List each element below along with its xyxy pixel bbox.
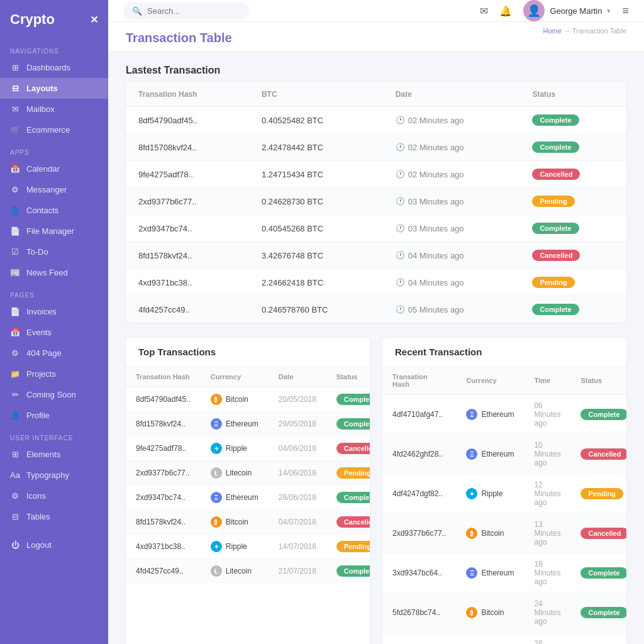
sidebar-item-label: Calendar xyxy=(26,164,60,174)
sidebar-item-mailbox[interactable]: ✉Mailbox xyxy=(0,99,108,119)
mail-icon[interactable]: ✉ xyxy=(480,5,488,17)
sidebar-item-calendar[interactable]: 📅Calendar xyxy=(0,158,108,179)
sidebar-item-news-feed[interactable]: 📰News Feed xyxy=(0,262,108,283)
bell-icon[interactable]: 🔔 xyxy=(499,5,512,17)
sidebar-item-coming-soon[interactable]: ✏Coming Soon xyxy=(0,384,108,405)
sidebar-item-to-do[interactable]: ☑To-Do xyxy=(0,242,108,262)
table-row: 2xd9347bc74.. 0.40545268 BTC 🕐03 Minutes… xyxy=(126,215,626,242)
tx-btc: 1.24715434 BTC xyxy=(249,161,383,188)
sidebar-item-tables[interactable]: ⊟Tables xyxy=(0,506,108,527)
sidebar-item-profile[interactable]: 👤Profile xyxy=(0,405,108,426)
tx-status: Cancelled xyxy=(326,510,370,535)
tx-hash: 8fd1578kvf24.. xyxy=(126,412,201,436)
table-row: 2xd9377b6c77.. ŁLitecoin 14/06/2018 Pend… xyxy=(126,461,370,486)
tx-date: 14/07/2018 xyxy=(269,535,326,559)
sidebar-item-file-manager[interactable]: 📄File Manager xyxy=(0,221,108,242)
close-icon[interactable]: ✕ xyxy=(90,14,98,26)
status-badge: Complete xyxy=(532,114,579,126)
tx-status: Complete xyxy=(570,593,626,633)
search-input[interactable] xyxy=(147,6,235,16)
tx-currency: ✦Ripple xyxy=(201,436,269,461)
sidebar-item-contacts[interactable]: 👤Contacts xyxy=(0,200,108,221)
tx-hash: 2xd5342bc42.. xyxy=(382,633,456,645)
tx-date: 14/06/2018 xyxy=(269,461,326,486)
tx-status: Complete xyxy=(519,107,626,134)
litecoin-icon: Ł xyxy=(211,565,222,577)
currency-label: Ethereum xyxy=(226,419,258,428)
tx-btc: 0.246578760 BTC xyxy=(249,296,383,323)
tx-time: 🕐02 Minutes ago xyxy=(383,134,520,161)
tx-status: Pending xyxy=(519,269,626,296)
sidebar-item-projects[interactable]: 📁Projects xyxy=(0,364,108,384)
bitcoin-icon: ₿ xyxy=(466,607,477,618)
sidebar-icon: ✏ xyxy=(10,390,20,399)
table-row: 9fe4275adf78.. 1.24715434 BTC 🕐02 Minute… xyxy=(126,161,626,188)
tx-status: Complete xyxy=(570,395,626,435)
tx-time: 24 Minutes ago xyxy=(524,593,570,633)
hamburger-menu-icon[interactable]: ≡ xyxy=(622,4,629,18)
topbar: 🔍 ✉ 🔔 👤 George Martin ▾ ≡ xyxy=(108,0,644,22)
sidebar-item-label: Contacts xyxy=(26,206,58,215)
table-row: 2xd9377b6c77.. ₿Bitcoin 13 Minutes ago C… xyxy=(382,514,626,553)
content-area: Lastest Transaction Transation HashBTCDa… xyxy=(108,52,644,644)
tx-currency: ΞEthereum xyxy=(201,486,269,510)
sidebar-item-layouts[interactable]: ⊟Layouts xyxy=(0,78,108,99)
tx-time: 🕐02 Minutes ago xyxy=(383,107,520,134)
tx-status: Pending xyxy=(570,474,626,514)
currency-label: Ripple xyxy=(226,542,247,551)
tx-currency: ₿Bitcoin xyxy=(456,593,524,633)
status-badge: Complete xyxy=(580,409,626,420)
sidebar-item-events[interactable]: 📅Events xyxy=(0,322,108,343)
tx-hash: 2xd9377b6c77.. xyxy=(382,514,456,553)
top-col-header: Status xyxy=(326,367,370,387)
ui-section-label: USER INTERFACE xyxy=(0,426,108,444)
sidebar-icon: ⚙ xyxy=(10,185,20,194)
tx-status: Pending xyxy=(326,461,370,486)
tx-currency: ₿Bitcoin xyxy=(456,514,524,553)
status-badge: Complete xyxy=(336,418,370,430)
user-profile[interactable]: 👤 George Martin ▾ xyxy=(523,0,611,21)
latest-transaction-table: Transation HashBTCDateStatus 8df54790adf… xyxy=(126,82,626,323)
sidebar-item-ecommerce[interactable]: 🛒Ecommerce xyxy=(0,119,108,140)
litecoin-icon: Ł xyxy=(211,467,222,479)
tx-time: 🕐03 Minutes ago xyxy=(383,188,520,215)
tx-currency: ✦Ripple xyxy=(456,474,524,514)
table-row: 2xd9347bc74.. ΞEthereum 28/06/2018 Compl… xyxy=(126,486,370,510)
tx-hash: 3xd9347bc64.. xyxy=(382,553,456,593)
tx-currency: ✦Ripple xyxy=(456,633,524,645)
sidebar-item-icons[interactable]: ⚙Icons xyxy=(0,486,108,506)
tx-btc: 2.24662418 BTC xyxy=(249,269,383,296)
latest-transaction-title: Lastest Transaction xyxy=(126,65,626,76)
tx-time: 10 Minutes ago xyxy=(524,435,570,474)
tx-date: 04/07/2018 xyxy=(269,510,326,535)
clock-icon: 🕐 xyxy=(396,224,405,233)
sidebar-item-typography[interactable]: AaTypography xyxy=(0,465,108,486)
breadcrumb-home[interactable]: Home xyxy=(543,27,562,35)
sidebar-icon: ☑ xyxy=(10,247,20,257)
tx-status: Complete xyxy=(326,387,370,412)
tx-status: Complete xyxy=(519,296,626,323)
sidebar-item-dashboards[interactable]: ⊞Dashboards xyxy=(0,57,108,78)
app-title: Crypto xyxy=(10,11,55,28)
sidebar-item-logout[interactable]: ⏻ Logout xyxy=(0,535,108,555)
page-header: Transaction Table Home → Transaction Tab… xyxy=(108,22,644,52)
sidebar-item-invoices[interactable]: 📄Invoices xyxy=(0,301,108,322)
search-icon: 🔍 xyxy=(132,6,142,16)
sidebar-item-messanger[interactable]: ⚙Messanger xyxy=(0,179,108,200)
tx-hash: 9fe4275adf78.. xyxy=(126,161,249,188)
tx-time: 🕐04 Minutes ago xyxy=(383,242,520,269)
pages-section-label: PAGES xyxy=(0,283,108,301)
tx-hash: 2xd9377b6c77.. xyxy=(126,188,249,215)
table-row: 3xd9347bc64.. ΞEthereum 18 Minutes ago C… xyxy=(382,553,626,593)
ripple-icon: ✦ xyxy=(211,443,222,454)
sidebar-item-elements[interactable]: ⊞Elements xyxy=(0,444,108,465)
tx-currency: ✦Ripple xyxy=(201,535,269,559)
tx-btc: 0.40525482 BTC xyxy=(249,107,383,134)
sidebar-item-404-page[interactable]: ⚙404 Page xyxy=(0,343,108,364)
status-badge: Complete xyxy=(336,565,370,577)
tx-hash: 8fd15708kvf24.. xyxy=(126,134,249,161)
currency-label: Bitcoin xyxy=(226,395,248,404)
currency-label: Bitcoin xyxy=(481,529,504,538)
sidebar-item-label: 404 Page xyxy=(26,348,62,358)
sidebar-icon: Aa xyxy=(10,470,20,480)
